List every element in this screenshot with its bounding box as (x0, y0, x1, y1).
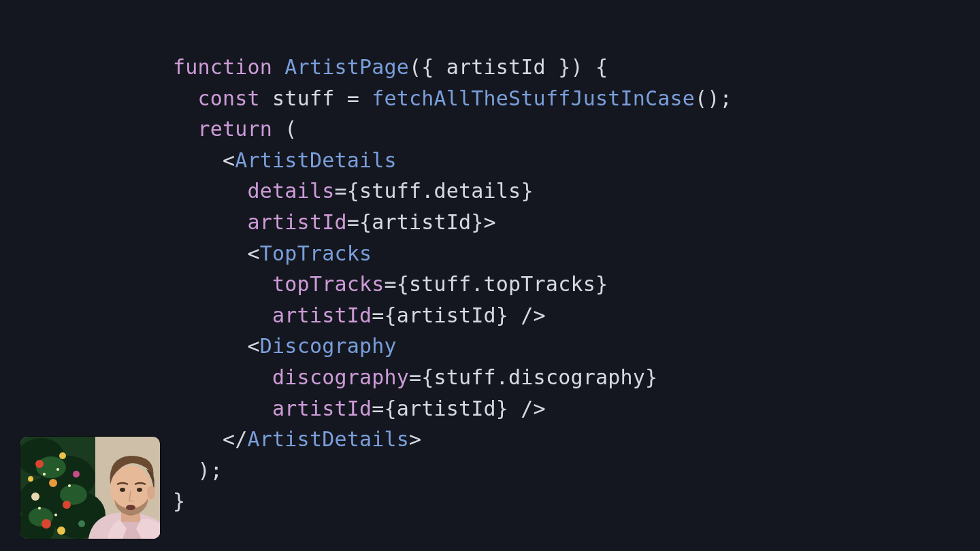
svg-point-15 (63, 501, 71, 509)
svg-point-11 (59, 452, 66, 459)
brace: } (471, 210, 483, 234)
equals: = (334, 179, 346, 203)
indent (173, 458, 198, 482)
indent (173, 427, 223, 451)
indent (173, 86, 198, 110)
var-stuff: stuff (409, 272, 471, 296)
keyword-return: return (198, 117, 273, 141)
indent (173, 365, 272, 389)
equals: = (372, 397, 384, 420)
jsx-close: > (409, 427, 421, 451)
svg-point-14 (31, 492, 39, 501)
svg-point-16 (42, 519, 51, 529)
attr-artistid: artistId (248, 210, 347, 234)
jsx-selfclose: /> (508, 397, 546, 420)
svg-point-28 (120, 488, 125, 492)
jsx-open: < (223, 148, 235, 172)
param-artistid: artistId (446, 55, 546, 79)
svg-point-21 (56, 468, 59, 471)
brace: } (645, 365, 657, 389)
brace: } (521, 179, 533, 203)
equals: = (347, 210, 359, 234)
svg-point-12 (49, 479, 57, 487)
component-toptracks: TopTracks (260, 241, 372, 265)
attr-details: details (248, 179, 335, 203)
svg-point-30 (126, 505, 135, 510)
brace: } (496, 303, 508, 327)
attr-toptracks: topTracks (272, 272, 384, 296)
brace: { (384, 397, 396, 420)
val-artistid: artistId (372, 210, 471, 234)
code-block: function ArtistPage({ artistId }) { cons… (173, 52, 732, 517)
brace: { (359, 210, 372, 234)
component-artistdetails: ArtistDetails (235, 148, 396, 172)
svg-point-19 (28, 476, 33, 482)
attr-artistid: artistId (272, 303, 372, 327)
brace: } (496, 397, 508, 420)
close-paren: ); (198, 458, 223, 482)
indent (173, 397, 272, 420)
var-stuff: stuff (272, 86, 334, 110)
svg-point-27 (147, 486, 155, 499)
prop-toptracks: topTracks (484, 272, 595, 296)
indent (173, 148, 223, 172)
call-fetch: fetchAllTheStuffJustInCase (372, 86, 695, 110)
component-discography: Discography (260, 334, 397, 358)
indent (173, 210, 248, 234)
indent (173, 272, 272, 296)
brace: { (384, 303, 396, 327)
brace: { (397, 272, 409, 296)
equals: = (334, 86, 372, 110)
dot: . (421, 179, 434, 203)
equals: = (384, 272, 396, 296)
punct: (); (695, 86, 732, 110)
attr-discography: discography (272, 365, 409, 389)
indent (173, 117, 198, 141)
indent (173, 179, 248, 203)
svg-point-8 (60, 484, 87, 505)
jsx-open: < (248, 334, 260, 358)
brace: { (421, 365, 434, 389)
keyword-function: function (173, 55, 272, 79)
indent (173, 334, 248, 358)
svg-point-18 (78, 520, 85, 527)
jsx-selfclose: /> (508, 303, 546, 327)
jsx-open: < (248, 241, 260, 265)
function-name: ArtistPage (284, 55, 409, 79)
var-stuff: stuff (434, 365, 496, 389)
equals: = (372, 303, 384, 327)
space (260, 86, 272, 110)
indent (173, 303, 272, 327)
dot: . (496, 365, 508, 389)
prop-details: details (434, 179, 521, 203)
svg-point-17 (57, 527, 65, 535)
val-artistid: artistId (397, 397, 496, 420)
attr-artistid: artistId (272, 397, 372, 420)
space (272, 55, 284, 79)
svg-point-24 (54, 514, 57, 516)
svg-point-20 (43, 473, 46, 475)
component-artistdetails-close: ArtistDetails (248, 427, 409, 451)
svg-point-23 (38, 507, 41, 510)
paren: ( (272, 117, 297, 141)
dot: . (471, 272, 483, 296)
jsx-open: </ (223, 427, 248, 451)
brace: { (347, 179, 359, 203)
punct: ({ (409, 55, 446, 79)
indent (173, 241, 248, 265)
svg-point-10 (35, 460, 44, 468)
svg-point-29 (137, 488, 142, 492)
equals: = (409, 365, 421, 389)
val-artistid: artistId (397, 303, 496, 327)
webcam-overlay (20, 437, 160, 539)
var-stuff: stuff (359, 179, 421, 203)
prop-discography: discography (508, 365, 645, 389)
jsx-close: > (484, 210, 496, 234)
svg-point-13 (73, 471, 80, 478)
webcam-image (20, 437, 160, 539)
brace: } (595, 272, 608, 296)
close-brace: } (173, 489, 185, 513)
svg-point-22 (68, 484, 71, 487)
punct: }) { (546, 55, 608, 79)
keyword-const: const (198, 86, 260, 110)
